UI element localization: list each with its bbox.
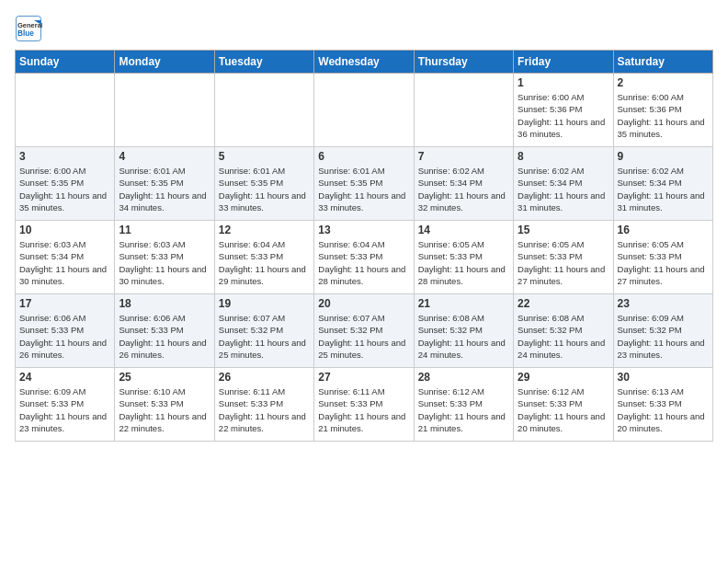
- svg-text:Blue: Blue: [17, 29, 34, 38]
- day-info: Sunrise: 6:07 AM Sunset: 5:32 PM Dayligh…: [318, 312, 409, 361]
- day-number: 18: [119, 297, 210, 310]
- day-info: Sunrise: 6:04 AM Sunset: 5:33 PM Dayligh…: [219, 238, 310, 287]
- day-number: 6: [318, 150, 409, 163]
- calendar-day-cell: 29Sunrise: 6:12 AM Sunset: 5:33 PM Dayli…: [514, 368, 613, 442]
- calendar-day-cell: 7Sunrise: 6:02 AM Sunset: 5:34 PM Daylig…: [414, 147, 513, 221]
- calendar-day-cell: 19Sunrise: 6:07 AM Sunset: 5:32 PM Dayli…: [214, 294, 313, 368]
- calendar-day-cell: 13Sunrise: 6:04 AM Sunset: 5:33 PM Dayli…: [314, 221, 414, 294]
- weekday-header: Friday: [514, 51, 613, 74]
- calendar-day-cell: 10Sunrise: 6:03 AM Sunset: 5:34 PM Dayli…: [16, 221, 115, 294]
- day-number: 14: [418, 224, 509, 236]
- day-number: 26: [219, 371, 310, 384]
- day-info: Sunrise: 6:11 AM Sunset: 5:33 PM Dayligh…: [318, 385, 409, 434]
- day-info: Sunrise: 6:12 AM Sunset: 5:33 PM Dayligh…: [518, 385, 609, 434]
- day-number: 24: [19, 371, 110, 384]
- weekday-header: Wednesday: [314, 51, 414, 74]
- day-number: 23: [618, 297, 709, 310]
- day-info: Sunrise: 6:02 AM Sunset: 5:34 PM Dayligh…: [618, 165, 709, 213]
- calendar-day-cell: 21Sunrise: 6:08 AM Sunset: 5:32 PM Dayli…: [414, 294, 513, 368]
- calendar-day-cell: 17Sunrise: 6:06 AM Sunset: 5:33 PM Dayli…: [16, 294, 115, 368]
- calendar-day-cell: 15Sunrise: 6:05 AM Sunset: 5:33 PM Dayli…: [514, 221, 613, 294]
- calendar-day-cell: 3Sunrise: 6:00 AM Sunset: 5:35 PM Daylig…: [16, 147, 115, 221]
- day-info: Sunrise: 6:01 AM Sunset: 5:35 PM Dayligh…: [119, 165, 210, 213]
- calendar-day-cell: 16Sunrise: 6:05 AM Sunset: 5:33 PM Dayli…: [613, 221, 712, 294]
- day-number: 21: [418, 297, 509, 310]
- day-info: Sunrise: 6:01 AM Sunset: 5:35 PM Dayligh…: [318, 165, 409, 213]
- day-number: 17: [19, 297, 110, 310]
- calendar-day-cell: 23Sunrise: 6:09 AM Sunset: 5:32 PM Dayli…: [613, 294, 712, 368]
- day-info: Sunrise: 6:01 AM Sunset: 5:35 PM Dayligh…: [219, 165, 310, 213]
- calendar-day-cell: [414, 74, 513, 147]
- day-info: Sunrise: 6:09 AM Sunset: 5:32 PM Dayligh…: [618, 312, 709, 361]
- day-number: 9: [618, 150, 709, 163]
- day-number: 27: [318, 371, 409, 384]
- day-info: Sunrise: 6:08 AM Sunset: 5:32 PM Dayligh…: [518, 312, 609, 361]
- calendar-day-cell: 11Sunrise: 6:03 AM Sunset: 5:33 PM Dayli…: [115, 221, 214, 294]
- calendar-day-cell: 30Sunrise: 6:13 AM Sunset: 5:33 PM Dayli…: [613, 368, 712, 442]
- day-number: 16: [618, 224, 709, 236]
- calendar-day-cell: [115, 74, 214, 147]
- day-info: Sunrise: 6:07 AM Sunset: 5:32 PM Dayligh…: [219, 312, 310, 361]
- day-number: 11: [119, 224, 210, 236]
- day-info: Sunrise: 6:05 AM Sunset: 5:33 PM Dayligh…: [618, 238, 709, 287]
- weekday-header: Monday: [115, 51, 214, 74]
- day-number: 30: [618, 371, 709, 384]
- calendar-week-row: 17Sunrise: 6:06 AM Sunset: 5:33 PM Dayli…: [16, 294, 713, 368]
- day-info: Sunrise: 6:06 AM Sunset: 5:33 PM Dayligh…: [19, 312, 110, 361]
- day-number: 5: [219, 150, 310, 163]
- day-info: Sunrise: 6:12 AM Sunset: 5:33 PM Dayligh…: [418, 385, 509, 434]
- calendar-day-cell: 8Sunrise: 6:02 AM Sunset: 5:34 PM Daylig…: [514, 147, 613, 221]
- day-info: Sunrise: 6:00 AM Sunset: 5:36 PM Dayligh…: [618, 91, 709, 140]
- calendar-day-cell: 25Sunrise: 6:10 AM Sunset: 5:33 PM Dayli…: [115, 368, 214, 442]
- day-info: Sunrise: 6:06 AM Sunset: 5:33 PM Dayligh…: [119, 312, 210, 361]
- calendar-day-cell: 2Sunrise: 6:00 AM Sunset: 5:36 PM Daylig…: [613, 74, 712, 147]
- calendar-day-cell: 14Sunrise: 6:05 AM Sunset: 5:33 PM Dayli…: [414, 221, 513, 294]
- calendar-day-cell: 12Sunrise: 6:04 AM Sunset: 5:33 PM Dayli…: [214, 221, 313, 294]
- day-number: 8: [518, 150, 609, 163]
- day-number: 25: [119, 371, 210, 384]
- calendar-day-cell: 20Sunrise: 6:07 AM Sunset: 5:32 PM Dayli…: [314, 294, 414, 368]
- day-info: Sunrise: 6:05 AM Sunset: 5:33 PM Dayligh…: [518, 238, 609, 287]
- calendar-week-row: 3Sunrise: 6:00 AM Sunset: 5:35 PM Daylig…: [16, 147, 713, 221]
- day-info: Sunrise: 6:11 AM Sunset: 5:33 PM Dayligh…: [219, 385, 310, 434]
- calendar-day-cell: 6Sunrise: 6:01 AM Sunset: 5:35 PM Daylig…: [314, 147, 414, 221]
- day-number: 28: [418, 371, 509, 384]
- calendar-day-cell: 4Sunrise: 6:01 AM Sunset: 5:35 PM Daylig…: [115, 147, 214, 221]
- calendar-week-row: 24Sunrise: 6:09 AM Sunset: 5:33 PM Dayli…: [16, 368, 713, 442]
- day-info: Sunrise: 6:13 AM Sunset: 5:33 PM Dayligh…: [618, 385, 709, 434]
- day-info: Sunrise: 6:04 AM Sunset: 5:33 PM Dayligh…: [318, 238, 409, 287]
- day-number: 19: [219, 297, 310, 310]
- day-info: Sunrise: 6:05 AM Sunset: 5:33 PM Dayligh…: [418, 238, 509, 287]
- day-number: 15: [518, 224, 609, 236]
- calendar-table: SundayMondayTuesdayWednesdayThursdayFrid…: [15, 50, 713, 442]
- logo: General Blue: [15, 15, 42, 42]
- day-number: 13: [318, 224, 409, 236]
- calendar-day-cell: 28Sunrise: 6:12 AM Sunset: 5:33 PM Dayli…: [414, 368, 513, 442]
- calendar-day-cell: [214, 74, 313, 147]
- calendar-day-cell: 1Sunrise: 6:00 AM Sunset: 5:36 PM Daylig…: [514, 74, 613, 147]
- day-info: Sunrise: 6:03 AM Sunset: 5:34 PM Dayligh…: [19, 238, 110, 287]
- day-number: 2: [618, 76, 709, 89]
- day-info: Sunrise: 6:10 AM Sunset: 5:33 PM Dayligh…: [119, 385, 210, 434]
- calendar-day-cell: [16, 74, 115, 147]
- weekday-header: Thursday: [414, 51, 513, 74]
- calendar-header-row: SundayMondayTuesdayWednesdayThursdayFrid…: [16, 51, 713, 74]
- calendar-day-cell: 18Sunrise: 6:06 AM Sunset: 5:33 PM Dayli…: [115, 294, 214, 368]
- day-number: 1: [518, 76, 609, 89]
- calendar-day-cell: 5Sunrise: 6:01 AM Sunset: 5:35 PM Daylig…: [214, 147, 313, 221]
- weekday-header: Sunday: [16, 51, 115, 74]
- calendar-day-cell: 27Sunrise: 6:11 AM Sunset: 5:33 PM Dayli…: [314, 368, 414, 442]
- day-info: Sunrise: 6:09 AM Sunset: 5:33 PM Dayligh…: [19, 385, 110, 434]
- calendar-week-row: 10Sunrise: 6:03 AM Sunset: 5:34 PM Dayli…: [16, 221, 713, 294]
- day-info: Sunrise: 6:00 AM Sunset: 5:35 PM Dayligh…: [19, 165, 110, 213]
- calendar-day-cell: 22Sunrise: 6:08 AM Sunset: 5:32 PM Dayli…: [514, 294, 613, 368]
- day-number: 4: [119, 150, 210, 163]
- day-number: 10: [19, 224, 110, 236]
- day-info: Sunrise: 6:00 AM Sunset: 5:36 PM Dayligh…: [518, 91, 609, 140]
- calendar-day-cell: 9Sunrise: 6:02 AM Sunset: 5:34 PM Daylig…: [613, 147, 712, 221]
- calendar-day-cell: 26Sunrise: 6:11 AM Sunset: 5:33 PM Dayli…: [214, 368, 313, 442]
- day-info: Sunrise: 6:03 AM Sunset: 5:33 PM Dayligh…: [119, 238, 210, 287]
- day-info: Sunrise: 6:08 AM Sunset: 5:32 PM Dayligh…: [418, 312, 509, 361]
- page-header: General Blue: [15, 15, 713, 42]
- day-info: Sunrise: 6:02 AM Sunset: 5:34 PM Dayligh…: [418, 165, 509, 213]
